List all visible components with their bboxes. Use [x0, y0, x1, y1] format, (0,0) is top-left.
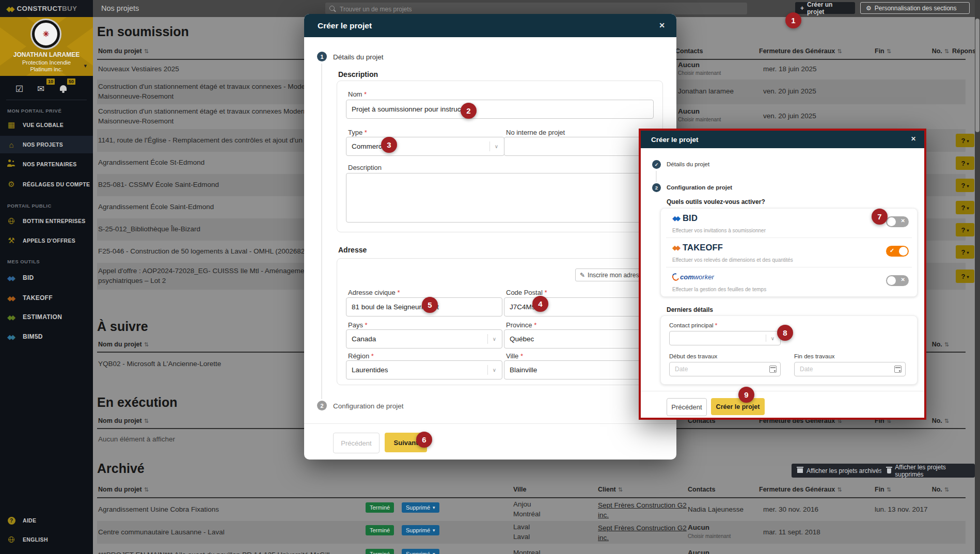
- status-badge-supprime[interactable]: Supprimé▾: [402, 525, 439, 535]
- table-row[interactable]: Centre communautaire Lausanne - Laval Te…: [97, 521, 966, 544]
- province-select[interactable]: Québec: [504, 329, 654, 349]
- tasks-icon[interactable]: ☑: [15, 84, 23, 94]
- province-value: Québec: [504, 335, 653, 343]
- column-header-nom[interactable]: Nom du projet⇅: [98, 341, 149, 348]
- region-select[interactable]: Laurentides ∨: [346, 360, 502, 379]
- sidebar-item-estimation[interactable]: ◆◆ ESTIMATION: [0, 308, 93, 326]
- description-label: Description: [348, 164, 382, 171]
- project-name-line2[interactable]: Maisonneuve-Rosemont: [98, 117, 173, 125]
- project-name-line2[interactable]: psychiatriques – Lot 2: [98, 277, 166, 284]
- project-name-link[interactable]: B25-081- CSSMV École Saint-Edmond: [98, 181, 219, 188]
- project-name-link[interactable]: Centre communautaire Lausanne - Laval: [98, 528, 225, 536]
- response-button[interactable]: ?▾: [956, 156, 974, 170]
- close-icon[interactable]: ✕: [659, 21, 665, 29]
- sidebar-item-appels-offres[interactable]: ⚒ APPELS D'OFFRES: [0, 232, 93, 249]
- inscrire-adresse-label: Inscrire mon adres: [588, 272, 639, 279]
- column-header-fin[interactable]: Fin⇅: [875, 48, 891, 55]
- sidebar-item-vue-globale[interactable]: ▦ VUE GLOBALE: [0, 116, 93, 134]
- project-name-link[interactable]: Construction d'un stationnement étagé et…: [98, 107, 337, 115]
- close-icon[interactable]: ✕: [911, 135, 916, 143]
- sidebar-item-nos-partenaires[interactable]: NOS PARTENAIRES: [0, 155, 93, 173]
- description-textarea[interactable]: [346, 173, 654, 223]
- project-name-link[interactable]: ***PROJET EN MAIN*** Aile ouest du pavil…: [98, 551, 329, 554]
- column-header-fermeture[interactable]: Fermeture des Généraux⇅: [759, 48, 842, 55]
- notifications-icon[interactable]: [60, 85, 67, 91]
- choose-contact-link[interactable]: Choisir maintenant: [678, 117, 721, 122]
- avatar[interactable]: ✳: [32, 20, 60, 48]
- comworker-toggle-off[interactable]: ✕: [886, 275, 909, 286]
- sidebar-item-nos-projets[interactable]: ⌂ NOS PROJETS: [0, 136, 93, 153]
- create-project-submit-button[interactable]: Créer le projet: [711, 398, 765, 415]
- project-name-line2[interactable]: Maisonneuve-Rosemont: [98, 92, 173, 100]
- column-header-client[interactable]: Client⇅: [598, 486, 623, 493]
- table-row[interactable]: ***PROJET EN MAIN*** Aile ouest du pavil…: [97, 544, 966, 554]
- messages-count-badge[interactable]: 10: [45, 77, 56, 86]
- response-button[interactable]: ?▾: [956, 270, 974, 283]
- response-button[interactable]: ?▾: [956, 179, 974, 192]
- project-name-link[interactable]: Construction d'un stationnement étagé et…: [98, 83, 337, 90]
- annotation-badge-8: 8: [777, 325, 793, 341]
- project-name-link[interactable]: YQB02 - Microsoft à L'Ancienne-Lorette: [98, 360, 221, 368]
- calendar-icon[interactable]: [769, 366, 777, 373]
- project-name-link[interactable]: Agrandissement École St-Edmond: [98, 159, 204, 166]
- project-search[interactable]: [325, 3, 747, 14]
- status-badge-supprime[interactable]: Supprimé▾: [402, 549, 439, 554]
- project-name-link[interactable]: Nouveaux Vestiaires 2025: [98, 65, 179, 73]
- column-header-fermeture[interactable]: Fermeture des Généraux⇅: [759, 486, 842, 493]
- notifications-count-badge[interactable]: 50: [66, 77, 76, 86]
- column-header-no[interactable]: No.⇅: [916, 486, 949, 493]
- response-button[interactable]: ?▾: [956, 223, 974, 236]
- messages-icon[interactable]: ✉: [37, 84, 44, 94]
- show-archived-button[interactable]: Afficher les projets archivés: [792, 464, 888, 478]
- response-button[interactable]: ?▾: [956, 245, 974, 259]
- table-row[interactable]: Agrandissement Usine Cobra Fixations Ter…: [97, 498, 966, 521]
- previous-button[interactable]: Précédent: [333, 433, 380, 453]
- project-name-link[interactable]: Agrandissement Usine Cobra Fixations: [98, 505, 219, 513]
- sidebar-item-bid[interactable]: ◆◆ BID: [0, 269, 93, 287]
- column-header-nom[interactable]: Nom du projet⇅: [98, 417, 149, 424]
- column-header-nom[interactable]: Nom du projet⇅: [98, 48, 149, 55]
- choose-contact-link[interactable]: Choisir maintenant: [688, 533, 731, 539]
- status-badge-supprime[interactable]: Supprimé▾: [402, 502, 439, 513]
- avatar-mark-icon: ✳: [43, 29, 50, 39]
- comworker-logo: comworker: [672, 273, 714, 281]
- column-header-no[interactable]: No.⇅: [916, 48, 949, 55]
- debut-travaux-date-input[interactable]: [669, 362, 781, 376]
- sidebar-item-bim5d[interactable]: ◆◆ BIM5D: [0, 328, 93, 345]
- client-link[interactable]: Sept Frères Construction G2 inc.: [598, 523, 687, 543]
- client-link[interactable]: Sept Frères Construction G2 inc.: [598, 500, 687, 520]
- app-logo[interactable]: ◆◆ CONSTRUCTBUY: [0, 0, 93, 17]
- user-panel[interactable]: ✳ JONATHAN LARAMEE Protection IncendiePl…: [0, 17, 93, 76]
- sidebar-item-aide[interactable]: ? AIDE: [0, 512, 93, 529]
- pays-select[interactable]: Canada ∨: [346, 329, 502, 349]
- response-button[interactable]: ?▾: [956, 134, 974, 147]
- project-name-link[interactable]: S-25-012_Bibliothèque Île-Bizard: [98, 225, 200, 233]
- scrollbar-thumb[interactable]: [975, 19, 979, 132]
- response-button[interactable]: ?▾: [956, 201, 974, 214]
- bid-toggle-off[interactable]: ✕: [886, 216, 909, 227]
- column-header-nom[interactable]: Nom du projet⇅: [98, 486, 149, 493]
- sidebar-item-reglages[interactable]: ⚙ RÉGLAGES DU COMPTE: [0, 176, 93, 193]
- calendar-icon[interactable]: [894, 366, 902, 373]
- create-project-button[interactable]: + Créer un projet: [795, 2, 855, 14]
- column-header-fin[interactable]: Fin⇅: [875, 486, 891, 493]
- sidebar-item-english[interactable]: ENGLISH: [0, 531, 93, 548]
- nom-input[interactable]: [346, 100, 654, 119]
- contact-principal-select[interactable]: ∨: [669, 331, 781, 345]
- sidebar-item-bottin[interactable]: BOTTIN ENTREPRISES: [0, 212, 93, 230]
- takeoff-toggle-on[interactable]: ✓: [886, 246, 909, 257]
- sidebar-item-takeoff[interactable]: ◆◆ TAKEOFF: [0, 289, 93, 307]
- choose-contact-link[interactable]: Choisir maintenant: [678, 70, 721, 76]
- fin-travaux-date-input[interactable]: [794, 362, 906, 376]
- show-deleted-button[interactable]: Afficher les projets supprimés: [881, 464, 975, 478]
- sort-icon: ⇅: [887, 486, 891, 493]
- project-name-link[interactable]: Agrandissement École Saint-Edmond: [98, 203, 214, 211]
- code-postal-input[interactable]: [504, 297, 654, 316]
- company-caret-icon[interactable]: ▾: [84, 62, 87, 69]
- previous-button[interactable]: Précédent: [667, 398, 707, 416]
- customize-sections-button[interactable]: ⚙ Personnalisation des sections: [860, 2, 970, 14]
- no-interne-input[interactable]: [504, 137, 654, 156]
- scrollbar-track[interactable]: [975, 0, 980, 554]
- type-select[interactable]: Commercial ∨: [346, 137, 504, 156]
- ville-select[interactable]: Blainville: [504, 360, 654, 379]
